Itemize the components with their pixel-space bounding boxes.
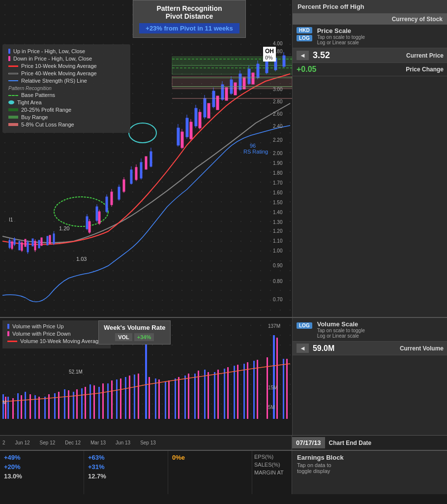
svg-rect-139 <box>107 383 109 419</box>
chart-end-label: Chart End Date <box>325 440 372 446</box>
date-tick-4: Mar 13 <box>90 440 106 445</box>
svg-rect-170 <box>120 378 121 419</box>
svg-rect-175 <box>168 380 170 419</box>
svg-rect-24 <box>25 239 26 247</box>
date-bar-right: 07/17/13 Chart End Date <box>292 436 447 450</box>
legend-item-profit: 20-25% Profit Range <box>8 107 124 113</box>
ma40-icon <box>8 73 18 74</box>
svg-rect-129 <box>17 393 19 419</box>
oh-badge: OH 0% <box>263 47 276 62</box>
legend-ma40-label: Price 40-Week Moving Average <box>21 70 97 76</box>
earnings-col-1[interactable]: +49% +20% 13.0% <box>0 451 84 494</box>
pattern-section-title: Pattern Recognition <box>8 86 124 91</box>
legend-item-ma40: Price 40-Week Moving Average <box>8 70 124 76</box>
chart-section: Pattern Recognition Pivot Distance +23% … <box>0 0 447 317</box>
rs-icon <box>8 80 18 81</box>
vol-ma-label: Volume 10-Week Moving Average <box>20 338 101 344</box>
vol-log-badge: LOG <box>297 320 312 329</box>
date-tick-1: Jun 12 <box>15 440 30 445</box>
date-bar-left: 2 Jun 12 Sep 12 Dec 12 Mar 13 Jun 13 Sep… <box>0 436 292 450</box>
pattern-recognition-popup[interactable]: Pattern Recognition Pivot Distance +23% … <box>133 0 246 38</box>
vol-scale-section: LOG Volume Scale Tap on scale to toggle … <box>293 318 447 342</box>
svg-rect-163 <box>58 392 60 419</box>
svg-rect-138 <box>98 387 100 419</box>
svg-rect-167 <box>93 385 95 419</box>
ma10-icon <box>8 65 18 67</box>
current-vol-value: 59.0M <box>313 344 334 353</box>
svg-rect-179 <box>208 372 209 419</box>
vol-change: +34% <box>134 333 154 341</box>
svg-rect-144 <box>155 378 156 419</box>
legend-rs-label: Relative Strength (RS) Line <box>21 78 87 84</box>
main-container: Pattern Recognition Pivot Distance +23% … <box>0 0 447 504</box>
vol-legend-ma: Volume 10-Week Moving Average <box>7 338 106 344</box>
vol-scale-info: Volume Scale Tap on scale to toggle Log … <box>317 320 365 339</box>
svg-rect-86 <box>216 96 219 110</box>
legend-item-tight: Tight Area <box>8 99 124 105</box>
vol-log-badge-btn[interactable]: LOG <box>297 322 312 329</box>
vol-scale-title: Volume Scale <box>317 320 365 328</box>
percent-off-high-label: Percent Price off High <box>298 3 364 10</box>
svg-text:1.40: 1.40 <box>273 210 283 215</box>
legend-item-rs: Relative Strength (RS) Line <box>8 78 124 84</box>
legend-item-up: Up in Price - High, Low, Close <box>8 48 124 54</box>
volume-left: Volume with Price Up Volume with Price D… <box>0 318 293 435</box>
earnings-right[interactable]: Earnings Block Tap on data to toggle dis… <box>292 451 447 494</box>
earnings-col2-val3: 12.7% <box>88 472 164 480</box>
svg-text:1.90: 1.90 <box>273 160 283 166</box>
price-scale-line1: Tap on scale to toggle <box>317 34 365 40</box>
svg-text:1.80: 1.80 <box>273 170 283 176</box>
svg-text:0.80: 0.80 <box>273 279 283 284</box>
chart-end-date[interactable]: 07/17/13 <box>292 437 325 448</box>
oh-label: OH <box>265 48 274 55</box>
svg-text:1.20: 1.20 <box>273 228 283 234</box>
price-arrow-icon: ◄ <box>297 51 309 60</box>
svg-rect-149 <box>204 370 206 419</box>
earnings-labels: EPS(%) SALES(%) MARGIN AT <box>252 451 292 494</box>
earnings-col-3[interactable]: 0%e <box>168 451 252 494</box>
svg-rect-130 <box>25 392 26 419</box>
svg-rect-26 <box>41 238 42 246</box>
svg-text:2.40: 2.40 <box>273 124 283 129</box>
svg-rect-178 <box>198 371 199 419</box>
svg-rect-148 <box>194 374 196 419</box>
svg-rect-12 <box>19 241 20 250</box>
svg-rect-172 <box>138 374 139 419</box>
profit-icon <box>8 108 18 111</box>
svg-text:5M: 5M <box>268 405 275 410</box>
vol-down-label: Volume with Price Down <box>12 331 71 337</box>
earnings-label-eps: EPS(%) <box>254 454 290 460</box>
price-change-row: +0.05 Price Change <box>293 63 447 76</box>
svg-rect-6 <box>172 65 292 74</box>
earnings-col2-val1: +63% <box>88 454 164 461</box>
hkd-badge[interactable]: HKD <box>297 27 312 33</box>
svg-rect-143 <box>145 338 147 419</box>
earnings-col-2[interactable]: +63% +31% 12.7% <box>84 451 168 494</box>
svg-rect-127 <box>2 394 4 419</box>
log-badge[interactable]: LOG <box>297 35 312 41</box>
pattern-subtitle: Pivot Distance <box>139 12 239 20</box>
svg-rect-88 <box>234 83 237 95</box>
week-vol-popup[interactable]: Week's Volume Rate VOL +34% <box>98 320 171 345</box>
current-vol-label: Current Volume <box>400 345 444 352</box>
earnings-label-margin: MARGIN AT <box>254 470 290 475</box>
svg-rect-150 <box>214 372 215 419</box>
chart-left: Pattern Recognition Pivot Distance +23% … <box>0 0 293 317</box>
svg-rect-168 <box>102 383 104 419</box>
earnings-block-title: Earnings Block <box>297 454 442 461</box>
legend-up-label: Up in Price - High, Low, Close <box>13 48 85 54</box>
svg-rect-165 <box>76 389 78 419</box>
svg-text:96: 96 <box>250 143 256 149</box>
svg-rect-151 <box>224 369 225 419</box>
earnings-label-sales: SALES(%) <box>254 462 290 468</box>
price-scale-title: Price Scale <box>317 27 365 34</box>
legend-base-label: Base Patterns <box>21 92 55 98</box>
svg-rect-133 <box>54 393 56 419</box>
svg-rect-27 <box>49 235 51 244</box>
svg-rect-145 <box>165 382 166 419</box>
legend-ma10-label: Price 10-Week Moving Average <box>21 63 97 69</box>
earnings-left: +49% +20% 13.0% +63% +31% 12.7% 0%e EPS(… <box>0 451 292 494</box>
date-tick-6: Sep 13 <box>140 440 156 445</box>
legend-down-label: Down in Price - High, Low, Close <box>13 56 92 62</box>
currency-label: Currency of Stock <box>392 16 443 23</box>
